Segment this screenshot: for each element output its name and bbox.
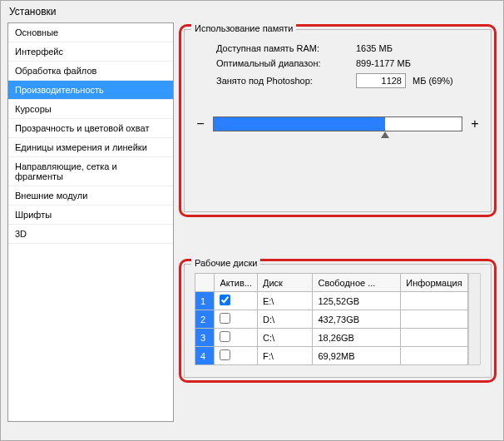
available-ram-value: 1635 МБ xyxy=(356,43,393,53)
disk-info xyxy=(401,329,467,347)
photoshop-use-unit: МБ (69%) xyxy=(413,76,453,86)
optimal-range-label: Оптимальный диапазон: xyxy=(216,58,349,68)
disk-drive: E:\ xyxy=(257,292,313,310)
slider-plus-button[interactable]: + xyxy=(469,116,481,131)
sidebar-item-general[interactable]: Основные xyxy=(8,23,173,42)
disk-free: 69,92MB xyxy=(313,347,401,365)
disk-drive: C:\ xyxy=(257,329,313,347)
disk-info xyxy=(401,292,467,310)
disk-info xyxy=(401,347,467,365)
main-panel: Использование памяти Доступная память RA… xyxy=(179,22,497,422)
table-header-row: Актив... Диск Свободное ... Информация xyxy=(195,274,468,292)
memory-group: Использование памяти Доступная память RA… xyxy=(184,29,492,212)
table-row[interactable]: 4 F:\ 69,92MB xyxy=(195,347,468,365)
header-free[interactable]: Свободное ... xyxy=(313,274,401,292)
header-number xyxy=(195,274,215,292)
disk-drive: D:\ xyxy=(257,310,313,329)
table-row[interactable]: 1 E:\ 125,52GB xyxy=(195,292,468,310)
sidebar-item-performance[interactable]: Производительность xyxy=(8,81,173,100)
disks-highlight: Рабочие диски Актив... Диск Свободное ..… xyxy=(179,259,497,383)
preferences-window: Установки Основные Интерфейс Обработка ф… xyxy=(0,0,504,441)
memory-highlight: Использование памяти Доступная память RA… xyxy=(179,24,497,217)
sidebar-item-guides[interactable]: Направляющие, сетка и фрагменты xyxy=(8,157,173,186)
disk-free: 18,26GB xyxy=(313,329,401,347)
sidebar-item-file-handling[interactable]: Обработка файлов xyxy=(8,62,173,81)
sidebar-item-type[interactable]: Шрифты xyxy=(8,206,173,225)
memory-slider[interactable] xyxy=(213,116,462,131)
disk-info xyxy=(401,310,467,329)
disk-free: 432,73GB xyxy=(313,310,401,329)
disk-free: 125,52GB xyxy=(313,292,401,310)
photoshop-use-input[interactable] xyxy=(356,73,406,88)
header-active[interactable]: Актив... xyxy=(215,274,257,292)
row-number: 2 xyxy=(195,310,215,329)
window-title: Установки xyxy=(1,1,503,22)
sidebar-item-plugins[interactable]: Внешние модули xyxy=(8,186,173,206)
header-info[interactable]: Информация xyxy=(401,274,467,292)
slider-fill xyxy=(214,117,385,131)
disk-active-checkbox[interactable] xyxy=(220,349,230,360)
slider-minus-button[interactable]: − xyxy=(195,116,206,131)
disk-active-checkbox[interactable] xyxy=(220,331,230,342)
slider-thumb-icon[interactable] xyxy=(381,131,389,138)
header-drive[interactable]: Диск xyxy=(257,274,313,292)
row-number: 3 xyxy=(195,329,215,347)
sidebar-item-transparency[interactable]: Прозрачность и цветовой охват xyxy=(8,119,173,138)
sidebar-item-interface[interactable]: Интерфейс xyxy=(8,42,173,62)
row-number: 1 xyxy=(195,292,215,310)
disk-drive: F:\ xyxy=(257,347,313,365)
memory-legend: Использование памяти xyxy=(191,23,296,33)
disk-active-checkbox[interactable] xyxy=(220,295,230,305)
category-sidebar: Основные Интерфейс Обработка файлов Прои… xyxy=(7,22,174,422)
available-ram-label: Доступная память RAM: xyxy=(216,43,349,53)
scratch-disks-table: Актив... Диск Свободное ... Информация 1… xyxy=(195,273,468,365)
optimal-range-value: 899-1177 МБ xyxy=(356,58,411,68)
table-row[interactable]: 2 D:\ 432,73GB xyxy=(195,310,468,329)
table-scrollbar[interactable] xyxy=(468,273,481,365)
photoshop-use-label: Занято под Photoshop: xyxy=(216,76,349,86)
sidebar-item-3d[interactable]: 3D xyxy=(8,225,173,244)
sidebar-item-cursors[interactable]: Курсоры xyxy=(8,100,173,119)
disks-legend: Рабочие диски xyxy=(191,258,260,268)
content-area: Основные Интерфейс Обработка файлов Прои… xyxy=(1,22,503,422)
sidebar-item-units[interactable]: Единицы измерения и линейки xyxy=(8,138,173,157)
table-row[interactable]: 3 C:\ 18,26GB xyxy=(195,329,468,347)
disks-group: Рабочие диски Актив... Диск Свободное ..… xyxy=(184,264,492,378)
row-number: 4 xyxy=(195,347,215,365)
disk-active-checkbox[interactable] xyxy=(220,313,230,324)
